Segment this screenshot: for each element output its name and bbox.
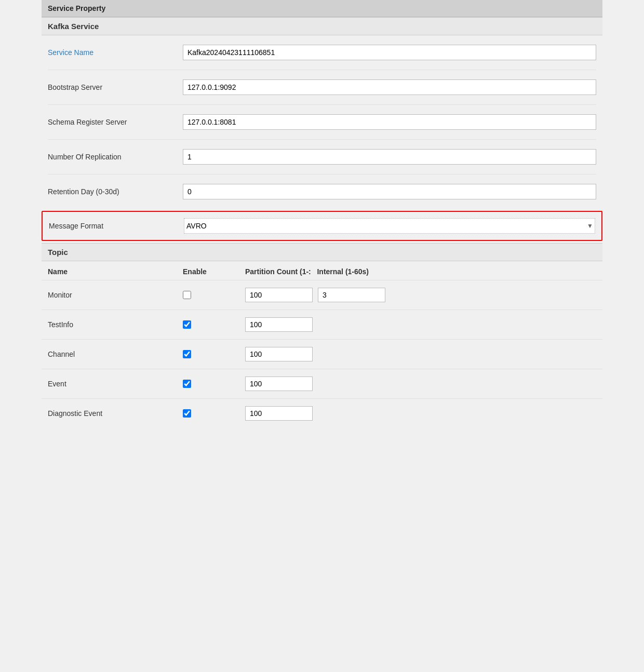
topic-inputs-monitor bbox=[245, 288, 596, 302]
schema-register-row: Schema Register Server bbox=[48, 105, 596, 140]
monitor-internal-input[interactable] bbox=[318, 288, 385, 302]
topic-col-name-header: Name bbox=[48, 267, 183, 276]
testinfo-checkbox[interactable] bbox=[183, 320, 191, 329]
event-partition-input[interactable] bbox=[245, 377, 313, 391]
service-name-row: Service Name bbox=[48, 35, 596, 70]
topic-section: Monitor TestInfo bbox=[42, 280, 602, 428]
message-format-select-wrapper: AVRO JSON STRING ▼ bbox=[184, 218, 595, 234]
retention-day-row: Retention Day (0-30d) bbox=[48, 174, 596, 209]
monitor-checkbox[interactable] bbox=[183, 291, 191, 299]
page-wrapper: Service Property Kafka Service Service N… bbox=[0, 0, 644, 428]
kafka-form-section: Service Name Bootstrap Server Schema Reg… bbox=[42, 35, 602, 209]
topic-enable-monitor bbox=[183, 291, 245, 299]
diagnostic-event-partition-input[interactable] bbox=[245, 406, 313, 421]
diagnostic-event-checkbox[interactable] bbox=[183, 409, 191, 418]
channel-partition-input[interactable] bbox=[245, 347, 313, 361]
topic-col-partition-header: Partition Count (1-: Internal (1-60s) bbox=[245, 267, 596, 276]
topic-section-title-text: Topic bbox=[48, 248, 68, 257]
table-row: Diagnostic Event bbox=[42, 398, 602, 428]
topic-enable-testinfo bbox=[183, 320, 245, 329]
table-row: Channel bbox=[42, 339, 602, 369]
bootstrap-server-label: Bootstrap Server bbox=[48, 83, 183, 91]
topic-name-event: Event bbox=[48, 380, 183, 388]
topic-enable-diagnostic-event bbox=[183, 409, 245, 418]
topic-enable-event bbox=[183, 380, 245, 388]
topic-enable-channel bbox=[183, 350, 245, 358]
topic-inputs-testinfo bbox=[245, 317, 596, 332]
retention-day-label: Retention Day (0-30d) bbox=[48, 187, 183, 196]
main-title: Service Property bbox=[42, 0, 602, 17]
num-replication-row: Number Of Replication bbox=[48, 140, 596, 174]
kafka-section-header: Kafka Service bbox=[42, 17, 602, 35]
schema-register-input[interactable] bbox=[183, 114, 596, 130]
topic-header-row: Name Enable Partition Count (1-: Interna… bbox=[42, 261, 602, 280]
bootstrap-server-input[interactable] bbox=[183, 79, 596, 95]
num-replication-input[interactable] bbox=[183, 149, 596, 165]
table-row: TestInfo bbox=[42, 310, 602, 339]
outer-container: Service Property Kafka Service Service N… bbox=[42, 0, 602, 428]
table-row: Monitor bbox=[42, 280, 602, 310]
topic-inputs-diagnostic-event bbox=[245, 406, 596, 421]
topic-name-channel: Channel bbox=[48, 350, 183, 358]
topic-col-enable-header: Enable bbox=[183, 267, 245, 276]
num-replication-label: Number Of Replication bbox=[48, 153, 183, 161]
kafka-section-title-text: Kafka Service bbox=[48, 22, 99, 31]
retention-day-input[interactable] bbox=[183, 184, 596, 199]
testinfo-partition-input[interactable] bbox=[245, 317, 313, 332]
main-title-text: Service Property bbox=[48, 4, 105, 12]
topic-name-diagnostic-event: Diagnostic Event bbox=[48, 409, 183, 418]
topic-inputs-channel bbox=[245, 347, 596, 361]
message-format-highlighted-row: Message Format AVRO JSON STRING ▼ bbox=[42, 211, 602, 241]
message-format-inner: Message Format AVRO JSON STRING ▼ bbox=[49, 218, 595, 234]
event-checkbox[interactable] bbox=[183, 380, 191, 388]
table-row: Event bbox=[42, 369, 602, 398]
service-name-label: Service Name bbox=[48, 48, 183, 57]
message-format-label: Message Format bbox=[49, 222, 184, 230]
topic-section-header: Topic bbox=[42, 243, 602, 261]
topic-inputs-event bbox=[245, 377, 596, 391]
topic-name-monitor: Monitor bbox=[48, 291, 183, 299]
message-format-select[interactable]: AVRO JSON STRING bbox=[184, 218, 595, 234]
channel-checkbox[interactable] bbox=[183, 350, 191, 358]
bootstrap-server-row: Bootstrap Server bbox=[48, 70, 596, 105]
topic-name-testinfo: TestInfo bbox=[48, 320, 183, 329]
monitor-partition-input[interactable] bbox=[245, 288, 313, 302]
schema-register-label: Schema Register Server bbox=[48, 118, 183, 126]
service-name-input[interactable] bbox=[183, 45, 596, 60]
